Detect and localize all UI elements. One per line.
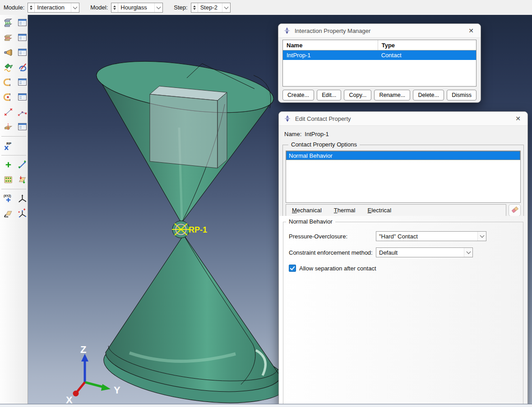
- constraint-method-value: Default: [376, 249, 464, 256]
- interaction-toolbox: RP (XYZ): [0, 15, 28, 407]
- step-value: Step-2: [198, 4, 222, 11]
- manager-title: Interaction Property Manager: [295, 27, 370, 34]
- create-datum-csys-3points-icon[interactable]: [17, 193, 28, 204]
- step-label: Step:: [174, 4, 187, 11]
- embedded-box: [150, 86, 227, 168]
- abaqus-logo-icon: [283, 27, 291, 34]
- constraint-method-row: Constraint enforcement method: Default: [289, 247, 520, 257]
- contact-controls-manager-icon[interactable]: [17, 47, 28, 58]
- constraint-method-label: Constraint enforcement method:: [289, 249, 376, 256]
- allow-separation-label: Allow separation after contact: [299, 265, 376, 272]
- create-datum-csys-2lines-icon[interactable]: [3, 208, 14, 219]
- create-constraint-icon[interactable]: [3, 77, 14, 87]
- create-reference-point-icon[interactable]: RP: [3, 140, 14, 151]
- tab-mechanical[interactable]: Mechanical: [292, 207, 322, 214]
- constraint-manager-icon[interactable]: [17, 77, 28, 87]
- model-spinner[interactable]: [111, 3, 118, 12]
- normal-behavior-group: Normal Behavior Pressure-Overclosure: "H…: [283, 222, 523, 407]
- connector-section-manager-icon[interactable]: [17, 91, 28, 102]
- manager-close-icon[interactable]: ✕: [467, 27, 476, 35]
- row-type-cell: Contact: [378, 52, 476, 59]
- delete-button[interactable]: Delete...: [413, 90, 444, 101]
- delete-option-button[interactable]: [509, 204, 521, 216]
- module-dropdown-icon[interactable]: [71, 3, 79, 12]
- table-row[interactable]: IntProp-1 Contact: [283, 50, 476, 60]
- model-label: Model:: [90, 4, 108, 11]
- create-datum-axis-icon[interactable]: [17, 159, 28, 170]
- interaction-property-manager-icon[interactable]: [17, 32, 28, 43]
- svg-text:RP: RP: [6, 142, 11, 146]
- create-wire-feature-icon[interactable]: [3, 121, 14, 132]
- contact-initialization-icon[interactable]: [3, 62, 14, 73]
- create-datum-plane-icon[interactable]: [17, 174, 28, 185]
- pressure-overclosure-value: "Hard" Contact: [376, 233, 477, 240]
- copy-button[interactable]: Copy...: [344, 90, 371, 101]
- reference-point-label: RP-1: [189, 225, 207, 234]
- manager-table: Name Type IntProp-1 Contact: [282, 40, 476, 87]
- module-value: Interaction: [35, 4, 71, 11]
- manager-table-header: Name Type: [283, 40, 476, 50]
- model-dropdown-icon[interactable]: [154, 3, 162, 12]
- column-header-name: Name: [283, 42, 378, 49]
- name-value: IntProp-1: [305, 131, 328, 137]
- module-label: Module:: [4, 4, 24, 11]
- dismiss-button[interactable]: Dismiss: [447, 90, 476, 101]
- svg-text:(XYZ): (XYZ): [4, 194, 11, 198]
- create-datum-csys-offset-icon[interactable]: [17, 208, 28, 219]
- create-datum-csys-xyz-icon[interactable]: (XYZ): [3, 193, 14, 204]
- tab-electrical[interactable]: Electrical: [367, 207, 391, 214]
- pressure-overclosure-dropdown-icon[interactable]: [477, 232, 486, 241]
- create-connector-wire-icon[interactable]: [3, 106, 14, 117]
- pressure-overclosure-row: Pressure-Overclosure: "Hard" Contact: [289, 231, 520, 241]
- contact-property-options-group: Contact Property Options Normal Behavior…: [282, 145, 524, 220]
- module-combo[interactable]: Interaction: [28, 3, 79, 13]
- list-item[interactable]: Normal Behavior: [286, 151, 520, 160]
- create-datum-point-array-icon[interactable]: [3, 174, 14, 185]
- manager-titlebar[interactable]: Interaction Property Manager ✕: [278, 24, 481, 38]
- constraint-method-dropdown-icon[interactable]: [464, 248, 472, 257]
- name-row: Name: IntProp-1: [284, 131, 522, 137]
- edit-titlebar[interactable]: Edit Contact Property ✕: [279, 112, 527, 126]
- eraser-icon: [511, 206, 519, 215]
- contact-stabilization-icon[interactable]: [17, 62, 28, 73]
- create-button[interactable]: Create...: [282, 90, 314, 101]
- name-label: Name:: [284, 131, 301, 137]
- create-datum-point-icon[interactable]: [3, 159, 14, 170]
- contact-controls-icon[interactable]: [3, 47, 14, 58]
- create-interaction-property-icon[interactable]: [3, 32, 14, 43]
- edit-title: Edit Contact Property: [295, 115, 351, 122]
- normal-behavior-label: Normal Behavior: [286, 218, 335, 225]
- option-detail-panel: Normal Behavior Pressure-Overclosure: "H…: [279, 216, 527, 407]
- abaqus-logo-icon: [284, 115, 291, 122]
- step-combo[interactable]: Step-2: [191, 3, 231, 13]
- options-group-label: Contact Property Options: [288, 141, 360, 148]
- pressure-overclosure-select[interactable]: "Hard" Contact: [376, 231, 486, 241]
- create-connector-multi-wire-icon[interactable]: [17, 106, 28, 117]
- create-connector-section-icon[interactable]: [3, 91, 14, 102]
- context-bar: Module: Interaction Model: Hourglass Ste…: [0, 0, 532, 15]
- triad-y-label: Y: [114, 384, 120, 396]
- rename-button[interactable]: Rename...: [374, 90, 410, 101]
- model-value: Hourglass: [118, 4, 154, 11]
- step-spinner[interactable]: [191, 3, 198, 12]
- options-listbox[interactable]: Normal Behavior: [286, 151, 521, 203]
- row-name-cell: IntProp-1: [283, 52, 378, 59]
- interaction-manager-icon[interactable]: [17, 17, 28, 28]
- constraint-method-select[interactable]: Default: [376, 247, 473, 257]
- step-dropdown-icon[interactable]: [222, 3, 230, 12]
- edit-close-icon[interactable]: ✕: [513, 114, 523, 123]
- window-bottom-edge: [0, 404, 532, 407]
- triad-z-label: Z: [80, 344, 86, 355]
- edit-button[interactable]: Edit...: [317, 90, 341, 101]
- model-combo[interactable]: Hourglass: [111, 3, 163, 13]
- tab-thermal[interactable]: Thermal: [334, 207, 356, 214]
- wire-feature-manager-icon[interactable]: [17, 121, 28, 132]
- module-spinner[interactable]: [28, 3, 35, 12]
- create-interaction-icon[interactable]: [3, 17, 14, 28]
- allow-separation-checkbox[interactable]: [289, 265, 296, 272]
- edit-contact-property-dialog: Edit Contact Property ✕ Name: IntProp-1 …: [278, 111, 528, 407]
- allow-separation-row: Allow separation after contact: [289, 265, 520, 272]
- manager-buttons: Create... Edit... Copy... Rename... Dele…: [278, 87, 481, 101]
- options-menurow: Mechanical Thermal Electrical: [286, 204, 521, 216]
- column-header-type: Type: [378, 40, 476, 50]
